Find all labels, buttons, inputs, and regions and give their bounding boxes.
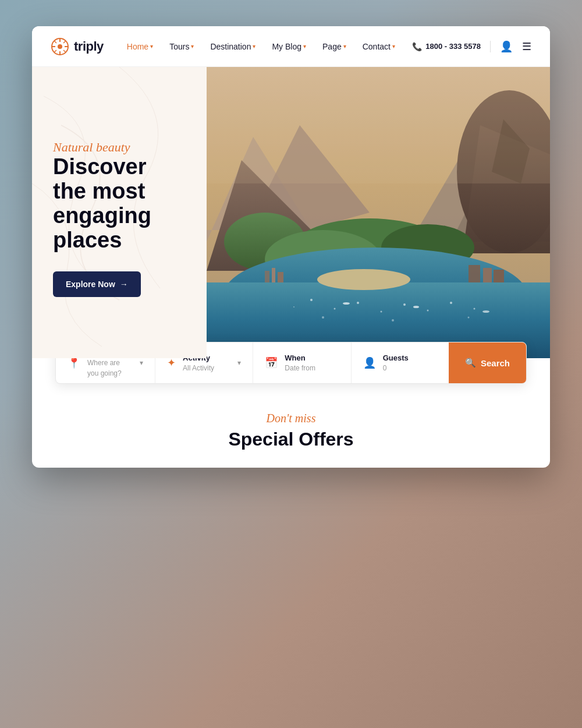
svg-rect-47 [207, 67, 550, 183]
hero-section: Natural beauty Discover the most engagin… [32, 67, 550, 358]
svg-point-46 [317, 269, 410, 290]
logo-icon [51, 37, 69, 56]
hero-tagline: Natural beauty [53, 140, 186, 155]
when-label: When [285, 354, 339, 362]
phone-number: 1800 - 333 5578 [425, 42, 481, 51]
guests-field[interactable]: 👤 Guests 0 [352, 342, 449, 383]
svg-point-32 [450, 302, 452, 304]
phone-icon: 📞 [412, 42, 422, 51]
guests-icon: 👤 [363, 356, 376, 369]
offers-tagline: Don't miss [51, 412, 531, 425]
nav-item-tours[interactable]: Tours▾ [162, 37, 201, 56]
svg-line-9 [54, 50, 56, 52]
svg-rect-44 [483, 268, 492, 282]
svg-point-33 [474, 308, 475, 310]
svg-rect-45 [494, 270, 504, 282]
when-field[interactable]: 📅 When Date from [253, 342, 351, 383]
nav-item-contact[interactable]: Contact▾ [356, 37, 402, 56]
svg-point-30 [427, 310, 429, 312]
svg-line-7 [63, 50, 66, 52]
hero-title: Discover the most engaging places [53, 155, 186, 252]
menu-icon[interactable]: ☰ [522, 40, 531, 53]
search-icon: 🔍 [465, 358, 476, 368]
logo-area[interactable]: triply [51, 37, 104, 56]
activity-value: All Activity [183, 364, 214, 372]
activity-icon: ✦ [167, 356, 176, 369]
svg-point-39 [482, 310, 489, 313]
nav-item-blog[interactable]: My Blog▾ [265, 37, 313, 56]
browser-card: triply Home▾ Tours▾ Destination▾ My Blog… [32, 26, 550, 468]
svg-point-29 [403, 303, 406, 306]
svg-point-31 [293, 306, 294, 308]
svg-point-34 [322, 316, 324, 319]
phone-area: 📞 1800 - 333 5578 [412, 42, 481, 51]
nav-item-destination[interactable]: Destination▾ [203, 37, 262, 56]
svg-point-38 [413, 306, 419, 308]
hero-left-panel: Natural beauty Discover the most engagin… [32, 67, 207, 358]
search-button[interactable]: 🔍 Search [449, 342, 526, 383]
svg-point-25 [310, 299, 313, 301]
activity-chevron: ▾ [237, 359, 241, 367]
svg-point-27 [357, 302, 359, 304]
calendar-icon: 📅 [265, 356, 278, 369]
svg-point-28 [381, 311, 382, 313]
nav-item-home[interactable]: Home▾ [120, 37, 160, 56]
destinations-placeholder: Where are you going? [87, 359, 122, 377]
svg-point-1 [58, 44, 62, 49]
svg-point-26 [334, 308, 336, 310]
offers-title: Special Offers [51, 429, 531, 450]
svg-point-35 [392, 319, 394, 321]
nav-links: Home▾ Tours▾ Destination▾ My Blog▾ Page▾… [120, 37, 413, 56]
svg-line-6 [54, 41, 56, 43]
svg-rect-40 [265, 271, 269, 282]
svg-rect-43 [469, 265, 480, 282]
special-offers-section: Don't miss Special Offers [32, 400, 550, 468]
svg-rect-41 [272, 268, 275, 282]
nav-item-page[interactable]: Page▾ [315, 37, 353, 56]
hero-image-panel [207, 67, 550, 358]
user-icon[interactable]: 👤 [500, 40, 513, 53]
hero-landscape [207, 67, 550, 358]
explore-now-button[interactable]: Explore Now → [53, 271, 141, 297]
svg-rect-42 [278, 272, 283, 282]
logo-text: triply [74, 39, 104, 54]
nav-right: 📞 1800 - 333 5578 👤 ☰ [412, 40, 531, 53]
divider [490, 41, 491, 52]
svg-line-8 [63, 41, 66, 43]
guests-value: 0 [383, 364, 387, 372]
svg-point-36 [468, 317, 470, 319]
destinations-chevron: ▾ [140, 359, 143, 367]
location-icon: 📍 [68, 356, 80, 369]
when-placeholder: Date from [285, 364, 315, 372]
svg-point-37 [343, 302, 350, 305]
navbar: triply Home▾ Tours▾ Destination▾ My Blog… [32, 26, 550, 67]
guests-label: Guests [383, 354, 437, 362]
